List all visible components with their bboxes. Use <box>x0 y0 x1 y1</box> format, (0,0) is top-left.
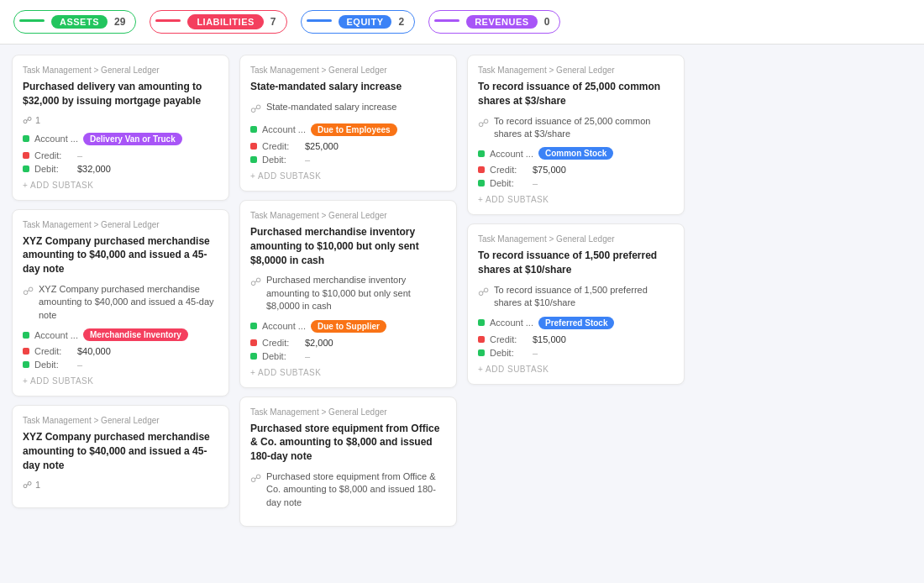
account-tag[interactable]: Due to Supplier <box>311 320 386 333</box>
debit-value: – <box>533 178 538 188</box>
card-title: Purchased store equipment from Office & … <box>250 422 446 464</box>
account-dot <box>478 319 485 326</box>
category-pill-revenues[interactable]: REVENUES 0 <box>428 10 560 34</box>
task-card: Task Management > General Ledger Purchas… <box>239 200 457 388</box>
badge-equity: EQUITY <box>339 15 392 29</box>
card-breadcrumb: Task Management > General Ledger <box>250 211 446 220</box>
card-title: Purchased delivery van amounting to $32,… <box>23 80 218 108</box>
debit-dot <box>250 353 257 360</box>
card-title: XYZ Company purchased merchandise amount… <box>23 234 218 276</box>
account-tag[interactable]: Preferred Stock <box>538 317 614 329</box>
category-pill-liabilities[interactable]: LIABILITIES 7 <box>150 10 286 34</box>
column-equity-col: Task Management > General Ledger To reco… <box>462 55 690 567</box>
card-breadcrumb: Task Management > General Ledger <box>250 66 446 75</box>
subtask-text: State-mandated salary increase <box>266 101 396 113</box>
account-dot <box>250 126 257 133</box>
add-subtask-button[interactable]: + ADD SUBTASK <box>23 181 218 190</box>
credit-row: Credit: $15,000 <box>478 334 674 344</box>
task-card: Task Management > General Ledger XYZ Com… <box>12 209 229 397</box>
debit-row: Debit: $32,000 <box>23 164 218 174</box>
subtask-item: ☍ XYZ Company purchased merchandise amou… <box>23 283 218 322</box>
subtask-text: To record issuance of 1,500 preferred sh… <box>494 284 674 310</box>
credit-dot <box>23 152 29 159</box>
subtask-item: ☍ Purchased store equipment from Office … <box>250 470 446 509</box>
credit-value: $25,000 <box>305 141 339 151</box>
credit-row: Credit: $75,000 <box>478 165 674 175</box>
account-tag[interactable]: Common Stock <box>538 147 613 160</box>
task-card: Task Management > General Ledger To reco… <box>467 55 685 215</box>
credit-dot <box>250 339 257 346</box>
account-tag[interactable]: Delivery Van or Truck <box>83 133 182 145</box>
credit-value: – <box>77 150 82 160</box>
column-revenues-col <box>690 55 917 567</box>
credit-dot <box>23 348 29 355</box>
debit-label: Debit: <box>490 348 528 358</box>
subtask-text: To record issuance of 25,000 common shar… <box>494 115 674 141</box>
subtask-text: Purchased store equipment from Office & … <box>266 470 446 509</box>
debit-row: Debit: – <box>478 348 674 358</box>
account-row: Account ... Common Stock <box>478 147 674 160</box>
account-dot <box>23 332 29 339</box>
add-subtask-button[interactable]: + ADD SUBTASK <box>478 195 674 204</box>
account-row: Account ... Due to Employees <box>250 123 446 136</box>
subtask-item: ☍ Purchased merchandise inventory amount… <box>250 274 446 313</box>
credit-dot <box>250 143 257 150</box>
subtask-number: 1 <box>35 480 40 490</box>
subtask-icon: ☍ <box>478 116 489 131</box>
task-card: Task Management > General Ledger Purchas… <box>239 397 457 528</box>
add-subtask-button[interactable]: + ADD SUBTASK <box>250 171 446 181</box>
credit-label: Credit: <box>262 141 300 151</box>
add-subtask-button[interactable]: + ADD SUBTASK <box>478 365 674 374</box>
count-liabilities: 7 <box>270 16 276 28</box>
account-tag[interactable]: Due to Employees <box>311 123 397 136</box>
credit-dot <box>478 336 485 343</box>
debit-label: Debit: <box>34 164 72 174</box>
task-card: Task Management > General Ledger To reco… <box>467 223 685 384</box>
account-row: Account ... Merchandise Inventory <box>23 328 218 341</box>
add-subtask-button[interactable]: + ADD SUBTASK <box>250 368 446 377</box>
credit-row: Credit: $40,000 <box>23 346 218 356</box>
subtask-item: ☍ State-mandated salary increase <box>250 101 446 117</box>
category-pill-equity[interactable]: EQUITY 2 <box>301 10 416 34</box>
add-subtask-button[interactable]: + ADD SUBTASK <box>23 376 218 386</box>
credit-value: $15,000 <box>533 334 566 344</box>
debit-dot <box>250 156 257 163</box>
subtask-text: XYZ Company purchased merchandise amount… <box>39 283 218 322</box>
credit-row: Credit: $2,000 <box>250 338 446 348</box>
task-card: Task Management > General Ledger XYZ Com… <box>12 405 229 507</box>
credit-label: Credit: <box>490 334 528 344</box>
subtask-item: ☍ To record issuance of 1,500 preferred … <box>478 284 674 310</box>
debit-row: Debit: – <box>250 351 446 361</box>
debit-value: $32,000 <box>77 164 111 174</box>
credit-value: $75,000 <box>533 165 566 175</box>
card-title: To record issuance of 25,000 common shar… <box>478 80 674 108</box>
category-pill-assets[interactable]: ASSETS 29 <box>13 10 136 34</box>
column-liabilities-col: Task Management > General Ledger State-m… <box>234 55 462 567</box>
badge-assets: ASSETS <box>51 15 108 29</box>
debit-dot <box>478 349 485 356</box>
debit-row: Debit: – <box>478 178 674 188</box>
account-tag[interactable]: Merchandise Inventory <box>83 328 188 341</box>
debit-row: Debit: – <box>23 360 218 370</box>
subtask-icon: ☍ <box>250 275 261 290</box>
debit-value: – <box>77 360 82 370</box>
debit-dot <box>23 361 29 368</box>
account-label: Account ... <box>262 124 306 134</box>
credit-value: $40,000 <box>77 346 111 356</box>
subtask-icon: ☍ <box>478 285 489 300</box>
card-title: XYZ Company purchased merchandise amount… <box>23 430 218 472</box>
badge-revenues: REVENUES <box>466 15 538 29</box>
subtask-number: 1 <box>35 115 40 125</box>
credit-label: Credit: <box>262 338 300 348</box>
card-breadcrumb: Task Management > General Ledger <box>23 416 218 425</box>
debit-label: Debit: <box>34 360 72 370</box>
debit-row: Debit: – <box>250 155 446 165</box>
account-label: Account ... <box>490 149 533 159</box>
columns-container: Task Management > General Ledger Purchas… <box>0 45 924 577</box>
account-row: Account ... Preferred Stock <box>478 317 674 329</box>
debit-label: Debit: <box>262 351 300 361</box>
account-label: Account ... <box>34 134 78 144</box>
debit-label: Debit: <box>262 155 300 165</box>
account-dot <box>250 323 257 329</box>
account-row: Account ... Due to Supplier <box>250 320 446 333</box>
